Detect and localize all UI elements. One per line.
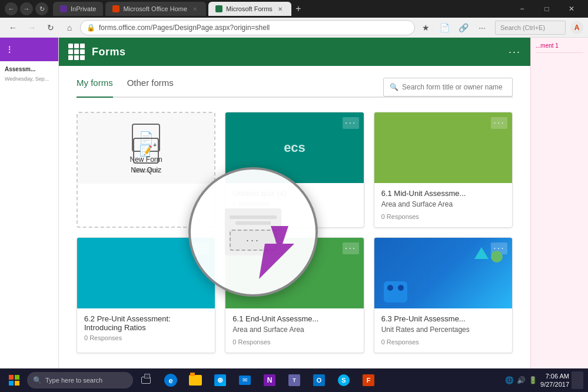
63pre-title: 6.3 Pre-Unit Assessme...: [381, 314, 505, 323]
card-more-button-quiz[interactable]: ···: [343, 117, 359, 129]
right-panel-label: ...ment 1: [536, 42, 583, 49]
header-more-button[interactable]: ···: [509, 46, 521, 58]
taskbar-clock[interactable]: 7:06 AM 9/27/2017: [540, 372, 569, 389]
browser-frame: ← → ↻ InPrivate Microsoft Office Home ✕ …: [0, 0, 588, 392]
tab-other-forms[interactable]: Other forms: [127, 78, 174, 97]
volume-icon[interactable]: 🔊: [517, 376, 526, 385]
forms-tab-icon: [215, 5, 222, 12]
main-layout: ⋮ Assessm... Wednesday, Sep...: [0, 38, 588, 368]
toolbar-home[interactable]: ⌂: [61, 19, 78, 36]
taskbar-time-text: 7:06 AM: [540, 372, 569, 380]
tab-office-label: Microsoft Office Home: [123, 5, 187, 12]
svg-rect-4: [9, 381, 14, 386]
61end-title: 6.1 End-Unit Assessme...: [232, 314, 356, 323]
cortana-text: Search (Ctrl+E): [500, 24, 545, 31]
forms-area-wrapper: Forms ··· My forms Other forms 🔍: [59, 38, 530, 368]
address-bar[interactable]: 🔒 forms.office.com/Pages/DesignPage.aspx…: [80, 20, 415, 35]
63pre-thumbnail: ···: [374, 238, 512, 308]
toolbar-forward[interactable]: →: [24, 19, 40, 36]
minimize-button[interactable]: −: [510, 1, 534, 17]
form-card-61mid[interactable]: ··· 6.1 Mid-Unit Assessme... Area and Su…: [374, 112, 513, 228]
tab-office-close[interactable]: ✕: [191, 5, 199, 13]
taskbar-apps: e ⊛ ✉ N T O: [159, 369, 380, 391]
refresh-button[interactable]: ↻: [35, 2, 48, 15]
taskbar-date-text: 9/27/2017: [540, 380, 569, 388]
browser-toolbar: ← → ↻ ⌂ 🔒 forms.office.com/Pages/DesignP…: [0, 18, 588, 38]
cortana-search[interactable]: Search (Ctrl+E): [495, 21, 566, 35]
new-quiz-label: New Quiz: [131, 166, 161, 174]
61mid-subtitle: Area and Surface Area: [381, 200, 505, 208]
63pre-responses: 0 Responses: [381, 338, 505, 346]
card-more-button-61mid[interactable]: ···: [491, 117, 507, 129]
search-input[interactable]: [402, 83, 506, 91]
magnified-dots-button[interactable]: ···: [230, 230, 277, 251]
taskbar-edge[interactable]: e: [159, 369, 182, 391]
new-quiz-icon: 📝: [133, 138, 159, 164]
battery-icon[interactable]: 🔋: [529, 376, 538, 385]
sidebar-subtitle: Wednesday, Sep...: [5, 76, 54, 82]
svg-rect-5: [15, 381, 19, 386]
title-bar-left: ← → ↻: [5, 2, 48, 15]
card-more-button-61end[interactable]: ···: [343, 242, 359, 254]
search-icon: 🔍: [390, 83, 398, 91]
tab-office-home[interactable]: Microsoft Office Home ✕: [105, 2, 206, 16]
new-tab-button[interactable]: +: [291, 2, 305, 16]
tab-my-forms[interactable]: My forms: [77, 78, 113, 98]
taskbar-store[interactable]: ⊛: [208, 369, 232, 391]
new-form-thumbnail: 📄 + New Form Education 📝: [78, 113, 214, 184]
taskbar-mail[interactable]: ✉: [233, 369, 257, 391]
reader-button[interactable]: 📄: [436, 19, 453, 36]
tab-forms-label: Microsoft Forms: [226, 5, 273, 12]
62pre-responses: 0 Responses: [84, 334, 208, 341]
title-bar: ← → ↻ InPrivate Microsoft Office Home ✕ …: [0, 0, 588, 18]
window-controls: − □ ✕: [510, 1, 583, 17]
lock-icon: 🔒: [87, 24, 95, 32]
back-button[interactable]: ←: [5, 2, 18, 15]
sidebar-top-bar: ⋮: [0, 38, 58, 61]
61end-subtitle: Area and Surface Area: [232, 325, 356, 334]
sidebar-top-label: ⋮: [6, 45, 13, 54]
taskbar-outlook[interactable]: O: [307, 369, 331, 391]
taskbar-teams[interactable]: T: [283, 369, 306, 391]
maximize-button[interactable]: □: [535, 1, 559, 17]
taskbar: 🔍 Type here to search e ⊛ ✉: [0, 368, 588, 392]
tab-forms[interactable]: Microsoft Forms ✕: [208, 2, 291, 16]
magnifier-content: ···: [225, 208, 281, 255]
search-box[interactable]: 🔍: [383, 78, 513, 97]
taskbar-skype[interactable]: S: [332, 369, 356, 391]
user-avatar[interactable]: A: [570, 21, 583, 34]
share-button[interactable]: 🔗: [455, 19, 471, 36]
taskbar-explorer[interactable]: [184, 369, 207, 391]
favorites-button[interactable]: ★: [417, 19, 434, 36]
61mid-responses: 0 Responses: [381, 213, 505, 220]
taskbar-feedback[interactable]: F: [357, 369, 380, 391]
61mid-title: 6.1 Mid-Unit Assessme...: [381, 189, 505, 198]
toolbar-refresh[interactable]: ↻: [42, 19, 59, 36]
task-view-button[interactable]: [134, 369, 158, 391]
61end-card-body: 6.1 End-Unit Assessme... Area and Surfac…: [225, 308, 363, 353]
tab-inprivate-label: InPrivate: [71, 5, 96, 12]
taskbar-search-bar[interactable]: 🔍 Type here to search: [27, 372, 133, 388]
tab-forms-close[interactable]: ✕: [276, 5, 284, 13]
taskbar-right: 🌐 🔊 🔋 7:06 AM 9/27/2017: [505, 371, 586, 389]
windows-logo: [9, 375, 19, 386]
taskbar-onenote[interactable]: N: [258, 369, 281, 391]
sidebar-content: Assessm... Wednesday, Sep...: [0, 61, 58, 87]
more-button[interactable]: ···: [474, 19, 490, 36]
notification-button[interactable]: [572, 371, 583, 389]
63pre-subtitle: Unit Rates and Percentages: [381, 325, 505, 334]
right-panel: ...ment 1: [530, 38, 588, 368]
toolbar-back[interactable]: ←: [5, 19, 21, 36]
forward-button[interactable]: →: [20, 2, 33, 15]
start-button[interactable]: [2, 369, 26, 391]
left-sidebar: ⋮ Assessm... Wednesday, Sep...: [0, 38, 59, 368]
63pre-card-body: 6.3 Pre-Unit Assessme... Unit Rates and …: [374, 308, 512, 353]
waffle-icon[interactable]: [68, 44, 85, 60]
network-icon[interactable]: 🌐: [505, 376, 514, 385]
taskbar-search-icon: 🔍: [33, 376, 42, 384]
form-card-63pre[interactable]: ···: [374, 237, 513, 353]
forms-header: Forms ···: [59, 38, 530, 66]
61mid-thumbnail: ···: [374, 112, 512, 183]
close-button[interactable]: ✕: [560, 1, 583, 17]
tab-inprivate[interactable]: InPrivate: [53, 2, 103, 16]
